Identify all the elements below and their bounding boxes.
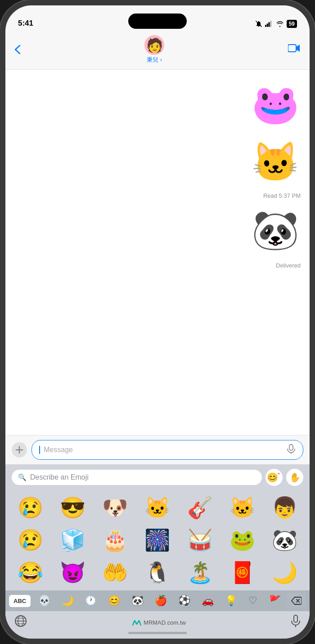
emoji-cell[interactable]: 🤲	[94, 556, 136, 589]
message-input-bar: Message	[5, 435, 310, 464]
emoji-search-bar: 🔍 Describe an Emoji 😊 + ✋	[5, 464, 310, 490]
avatar: 🧑	[144, 35, 164, 55]
emoji-cell[interactable]: 🌙	[264, 556, 306, 589]
emoji-cell[interactable]: 🥁	[179, 524, 221, 556]
backspace-icon	[291, 597, 302, 605]
home-indicator	[128, 632, 187, 634]
svg-rect-13	[294, 615, 297, 622]
text-cursor	[39, 446, 40, 454]
add-attachment-button[interactable]	[12, 442, 27, 458]
svg-rect-4	[270, 21, 271, 27]
emoji-cell[interactable]: 🐸	[221, 524, 263, 556]
globe-button[interactable]	[14, 615, 27, 630]
category-skull[interactable]: 💀	[38, 595, 50, 607]
emoji-cell[interactable]: 🎆	[136, 524, 179, 556]
chat-header: 🧑 秉兒 ›	[5, 32, 310, 70]
sticker-cat-leaves: 🐱	[248, 135, 302, 189]
emoji-cell[interactable]: 🧧	[221, 556, 263, 589]
keyboard-category-bar: ABC 💀 🌙 🕐 😊 🐼 🍎 ⚽ 🚗 💡 ♡ 🚩	[5, 590, 310, 611]
wifi-icon	[276, 21, 284, 27]
messages-area: 🐸 🐱 Read 5:37 PM 🐼 Delivered	[5, 70, 310, 435]
message-placeholder: Message	[44, 446, 73, 454]
category-symbols[interactable]: ♡	[248, 595, 257, 607]
emoji-cell[interactable]: 🧊	[51, 524, 94, 556]
emoji-grid: 😢 😎 🐶 🐱 🎸 🐱 👦 😢 🧊 🎂 🎆 🥁 🐸 🐼 😂 😈 🤲	[5, 490, 310, 590]
keyboard-mic-icon	[291, 615, 301, 627]
delete-key[interactable]	[286, 593, 306, 608]
emoji-cell[interactable]: 🐱	[221, 491, 263, 524]
emoji-sticker-button[interactable]: ✋	[286, 469, 303, 486]
status-time: 5:41	[18, 19, 33, 28]
svg-rect-2	[266, 23, 268, 27]
svg-rect-6	[289, 444, 293, 450]
category-objects[interactable]: 💡	[225, 595, 237, 607]
svg-rect-5	[288, 45, 296, 52]
video-icon	[288, 44, 301, 53]
battery-level: 59	[289, 21, 295, 27]
emoji-cell[interactable]: 🐶	[94, 491, 136, 524]
search-icon: 🔍	[18, 473, 27, 481]
emoji-face-button[interactable]: 😊 +	[266, 469, 283, 486]
video-call-button[interactable]	[288, 44, 301, 55]
emoji-keyboard: 🔍 Describe an Emoji 😊 + ✋ 😢 😎 🐶	[5, 464, 310, 639]
contact-info[interactable]: 🧑 秉兒 ›	[144, 35, 164, 64]
message-row-2: 🐱	[13, 135, 302, 189]
emoji-action-buttons: 😊 + ✋	[266, 469, 303, 486]
emoji-cell[interactable]: 🐧	[136, 556, 179, 589]
back-icon	[14, 45, 21, 54]
category-moon[interactable]: 🌙	[62, 595, 74, 607]
search-placeholder: Describe an Emoji	[30, 473, 89, 481]
emoji-cell[interactable]: 👦	[264, 491, 306, 524]
category-apple[interactable]: 🍎	[155, 595, 167, 607]
emoji-cell[interactable]: 😢	[9, 524, 51, 556]
sticker-frog: 🐸	[248, 77, 302, 131]
emoji-cell[interactable]: 🏝️	[179, 556, 221, 589]
status-icons: 59	[255, 20, 297, 28]
plus-icon	[15, 446, 23, 454]
sticker-panda: 🐼	[248, 203, 302, 257]
contact-name: 秉兒 ›	[147, 56, 162, 64]
keyboard-mic-button[interactable]	[291, 615, 301, 630]
svg-rect-3	[268, 22, 270, 27]
globe-icon	[14, 615, 27, 627]
message-row-1: 🐸	[13, 77, 302, 131]
emoji-cell[interactable]: 😈	[51, 556, 94, 589]
emoji-cell[interactable]: 🐼	[264, 524, 306, 556]
emoji-search-field[interactable]: 🔍 Describe an Emoji	[12, 470, 262, 485]
watermark: MRMAD.com.tw	[132, 619, 186, 626]
emoji-cell[interactable]: 🐱	[136, 491, 179, 524]
phone-frame: 5:41 59	[0, 0, 315, 644]
mrmad-logo-icon	[132, 620, 142, 626]
microphone-icon	[287, 444, 296, 454]
message-text-field[interactable]: Message	[32, 440, 303, 460]
emoji-cell[interactable]: 😎	[51, 491, 94, 524]
category-flags[interactable]: 🚩	[269, 595, 281, 607]
mute-icon	[255, 20, 262, 28]
svg-rect-1	[265, 25, 266, 27]
watermark-text: MRMAD.com.tw	[144, 619, 186, 626]
category-icons: 💀 🌙 🕐 😊 🐼 🍎 ⚽ 🚗 💡 ♡ 🚩	[32, 595, 286, 607]
read-receipt: Read 5:37 PM	[13, 192, 302, 199]
emoji-cell[interactable]: 😢	[9, 491, 51, 524]
abc-button[interactable]: ABC	[9, 595, 31, 607]
category-panda[interactable]: 🐼	[131, 595, 144, 607]
dynamic-island	[128, 14, 187, 29]
delivered-receipt: Delivered	[13, 262, 302, 269]
keyboard-bottom: MRMAD.com.tw	[5, 611, 310, 639]
emoji-cell[interactable]: 🎂	[94, 524, 136, 556]
emoji-cell[interactable]: 🎸	[179, 491, 221, 524]
signal-icon	[265, 21, 273, 27]
phone-screen: 5:41 59	[5, 5, 310, 639]
category-travel[interactable]: 🚗	[202, 595, 214, 607]
category-sports[interactable]: ⚽	[178, 595, 190, 607]
emoji-cell[interactable]: 😂	[9, 556, 51, 589]
back-button[interactable]	[14, 45, 21, 54]
message-row-3: 🐼	[13, 203, 302, 257]
category-face[interactable]: 😊	[108, 595, 120, 607]
category-clock[interactable]: 🕐	[85, 595, 97, 607]
